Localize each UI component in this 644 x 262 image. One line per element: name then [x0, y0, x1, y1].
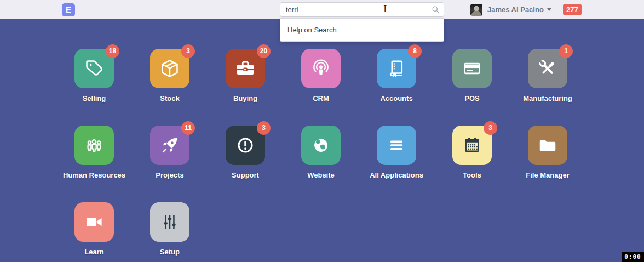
sliders-icon: [159, 212, 180, 232]
app-stock: 3 Stock: [132, 49, 208, 126]
menu-icon: [386, 135, 407, 156]
app-tile-projects[interactable]: 11: [150, 126, 189, 165]
top-navbar: E I James Al Pacino 277: [0, 0, 644, 19]
calendar-icon: [462, 135, 482, 156]
app-website: Website: [283, 126, 359, 202]
app-label[interactable]: POS: [434, 94, 510, 102]
search-input[interactable]: [280, 2, 444, 17]
rocket-icon: [159, 135, 180, 156]
app-label[interactable]: Manufacturing: [510, 94, 585, 102]
app-learn: Learn: [56, 202, 132, 262]
app-manufacturing: 1 Manufacturing: [510, 49, 585, 126]
app-tile-manufacturing[interactable]: 1: [528, 49, 567, 88]
app-tile-file-manager[interactable]: [528, 126, 567, 165]
app-tile-tools[interactable]: 3: [452, 126, 492, 165]
app-buying: 20 Buying: [208, 49, 283, 126]
open-count-badge: 8: [408, 44, 422, 58]
app-tools: 3 Tools: [434, 126, 510, 202]
app-selling: 18 Selling: [56, 49, 132, 126]
app-grid: 18 Selling 3 Stock 20 Buying CRM 8 Accou…: [56, 19, 585, 262]
app-label[interactable]: Support: [208, 171, 283, 179]
text-caret: [300, 5, 300, 14]
open-count-badge: 3: [484, 121, 497, 135]
dropdown-item-help-on-search[interactable]: Help on Search: [280, 19, 444, 41]
app-tile-all-applications[interactable]: [377, 126, 416, 165]
box-icon: [159, 58, 180, 79]
user-name: James Al Pacino: [487, 5, 544, 14]
app-pos: POS: [434, 49, 510, 126]
app-label[interactable]: CRM: [283, 94, 359, 102]
app-label[interactable]: Buying: [208, 94, 283, 102]
app-tile-accounts[interactable]: 8: [377, 49, 416, 88]
app-tile-setup[interactable]: [150, 202, 189, 242]
app-tile-selling[interactable]: 18: [74, 49, 114, 88]
open-count-badge: 1: [559, 44, 573, 58]
app-accounts: 8 Accounts: [359, 49, 434, 126]
briefcase-icon: [235, 58, 256, 79]
app-logo[interactable]: E: [62, 3, 75, 16]
app-tile-buying[interactable]: 20: [226, 49, 265, 88]
app-label[interactable]: File Manager: [510, 171, 585, 179]
folder-icon: [537, 135, 558, 156]
search-dropdown: Help on Search: [280, 18, 444, 42]
app-label[interactable]: Human Resources: [56, 171, 132, 179]
app-human-resources: Human Resources: [56, 126, 132, 202]
app-setup: Setup: [132, 202, 208, 262]
app-tile-crm[interactable]: [301, 49, 341, 88]
recording-timer: 0:00: [622, 252, 644, 262]
app-label[interactable]: Learn: [56, 248, 132, 256]
app-tile-website[interactable]: [301, 126, 341, 165]
globe-icon: [311, 135, 331, 156]
credit-card-icon: [462, 58, 482, 79]
chevron-down-icon: [547, 8, 551, 11]
wrench-screwdriver-icon: [537, 58, 558, 79]
podcast-icon: [311, 58, 331, 79]
tag-icon: [84, 58, 105, 79]
user-menu[interactable]: James Al Pacino: [470, 0, 551, 19]
app-crm: CRM: [283, 49, 359, 126]
video-camera-icon: [84, 212, 105, 232]
search-icon[interactable]: [432, 5, 440, 14]
app-label[interactable]: Website: [283, 171, 359, 179]
app-tile-pos[interactable]: [452, 49, 492, 88]
open-count-badge: 18: [106, 44, 119, 58]
app-label[interactable]: Accounts: [359, 94, 434, 102]
ledger-icon: [386, 58, 407, 79]
app-label[interactable]: Setup: [132, 248, 208, 256]
app-support: 3 Support: [208, 126, 283, 202]
app-file-manager: File Manager: [510, 126, 585, 202]
app-tile-stock[interactable]: 3: [150, 49, 189, 88]
app-label[interactable]: All Applications: [359, 171, 434, 179]
app-tile-learn[interactable]: [74, 202, 114, 242]
app-tile-support[interactable]: 3: [226, 126, 265, 165]
alert-circle-icon: [235, 135, 256, 156]
open-count-badge: 20: [257, 44, 271, 58]
user-avatar[interactable]: [470, 4, 482, 16]
app-label[interactable]: Stock: [132, 94, 208, 102]
app-label[interactable]: Projects: [132, 171, 208, 179]
people-icon: [84, 135, 105, 156]
app-label[interactable]: Tools: [434, 171, 510, 179]
open-count-badge: 11: [181, 121, 195, 135]
app-all-applications: All Applications: [359, 126, 434, 202]
open-count-badge: 3: [181, 44, 195, 58]
app-label[interactable]: Selling: [56, 94, 132, 102]
notification-count-badge[interactable]: 277: [563, 4, 582, 15]
open-count-badge: 3: [257, 121, 271, 135]
global-search: I: [280, 2, 444, 17]
app-projects: 11 Projects: [132, 126, 208, 202]
app-tile-human-resources[interactable]: [74, 126, 114, 165]
